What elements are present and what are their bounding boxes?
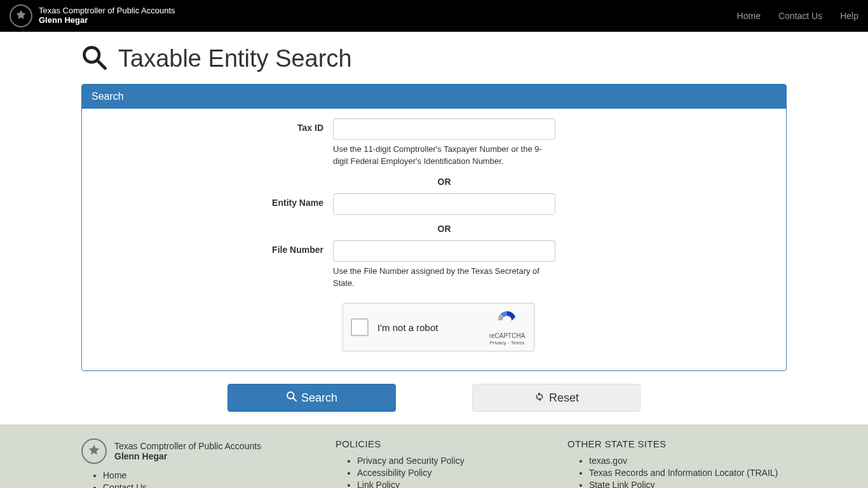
help-tax-id: Use the 11-digit Comptroller's Taxpayer … [333, 144, 555, 168]
refresh-icon [534, 391, 545, 405]
footer-policy-link[interactable]: Link Policy [357, 480, 400, 488]
reset-button-label: Reset [549, 391, 579, 405]
svg-line-1 [98, 61, 105, 69]
nav-contact[interactable]: Contact Us [778, 11, 822, 21]
recaptcha-widget: I'm not a robot reCAPTCHA Privacy - Term… [342, 303, 534, 351]
row-entity-name: Entity Name OR [92, 193, 776, 238]
footer-col-brand: Texas Comptroller of Public Accounts Gle… [81, 438, 323, 488]
footer-other-title: OTHER STATE SITES [567, 438, 787, 449]
input-file-number[interactable] [333, 240, 555, 262]
top-navbar: Texas Comptroller of Public Accounts Gle… [0, 0, 868, 32]
label-tax-id: Tax ID [92, 118, 333, 133]
footer-link-contact[interactable]: Contact Us [103, 482, 147, 488]
page-title-row: Taxable Entity Search [81, 32, 787, 84]
input-tax-id[interactable] [333, 118, 555, 140]
footer-other-link[interactable]: State Link Policy [589, 480, 655, 488]
org-name: Texas Comptroller of Public Accounts [39, 6, 175, 16]
footer-other-link[interactable]: Texas Records and Information Locator (T… [589, 468, 778, 478]
panel-body: Tax ID Use the 11-digit Comptroller's Ta… [82, 109, 786, 370]
state-seal-icon [81, 438, 107, 464]
footer-col-other: OTHER STATE SITES texas.gov Texas Record… [567, 438, 787, 488]
footer-col-policies: POLICIES Privacy and Security Policy Acc… [336, 438, 555, 488]
footer-other-link[interactable]: texas.gov [589, 456, 627, 466]
row-tax-id: Tax ID Use the 11-digit Comptroller's Ta… [92, 118, 776, 191]
search-panel: Search Tax ID Use the 11-digit Comptroll… [81, 84, 787, 371]
footer-link-home[interactable]: Home [103, 470, 126, 480]
footer-policy-link[interactable]: Privacy and Security Policy [357, 456, 465, 466]
footer-left-links: Home Contact Us [81, 470, 323, 488]
brand-titles: Texas Comptroller of Public Accounts Gle… [39, 6, 175, 25]
label-file-number: File Number [92, 240, 333, 255]
brand[interactable]: Texas Comptroller of Public Accounts Gle… [10, 4, 175, 27]
label-entity-name: Entity Name [92, 193, 333, 208]
nav-links: Home Contact Us Help [737, 11, 858, 21]
search-button-label: Search [301, 391, 337, 405]
separator-or-2: OR [333, 224, 555, 234]
footer-policy-link[interactable]: Accessibility Policy [357, 468, 431, 478]
search-icon [81, 44, 107, 72]
search-icon [286, 391, 297, 405]
footer-policies-title: POLICIES [336, 438, 555, 449]
nav-help[interactable]: Help [840, 11, 858, 21]
recaptcha-icon [496, 309, 518, 331]
nav-home[interactable]: Home [737, 11, 761, 21]
footer-name: Glenn Hegar [114, 451, 261, 461]
recaptcha-terms[interactable]: Privacy - Terms [488, 340, 526, 346]
search-button[interactable]: Search [227, 384, 396, 412]
page-title: Taxable Entity Search [118, 45, 352, 72]
separator-or-1: OR [333, 177, 555, 187]
recaptcha-brand: reCAPTCHA [488, 332, 526, 340]
official-name: Glenn Hegar [39, 16, 175, 25]
recaptcha-logo: reCAPTCHA Privacy - Terms [488, 309, 526, 346]
panel-heading: Search [82, 85, 786, 109]
state-seal-icon [10, 4, 32, 27]
help-file-number: Use the File Number assigned by the Texa… [333, 266, 555, 290]
input-entity-name[interactable] [333, 193, 555, 215]
recaptcha-checkbox[interactable] [351, 318, 369, 336]
reset-button[interactable]: Reset [472, 384, 641, 412]
button-row: Search Reset [81, 384, 787, 412]
svg-line-3 [293, 398, 296, 401]
footer-org: Texas Comptroller of Public Accounts [114, 441, 261, 451]
row-file-number: File Number Use the File Number assigned… [92, 240, 776, 290]
recaptcha-label: I'm not a robot [377, 322, 479, 333]
footer: Texas Comptroller of Public Accounts Gle… [0, 424, 868, 488]
